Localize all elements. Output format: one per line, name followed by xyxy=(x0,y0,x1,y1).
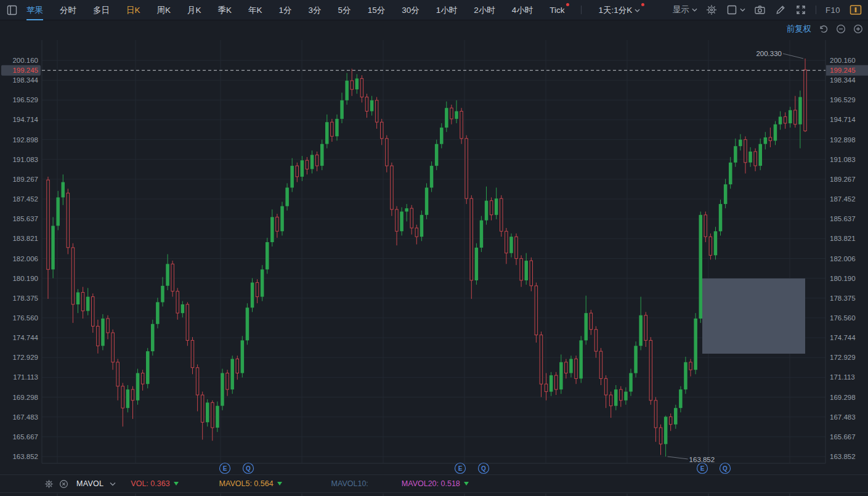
indicator-vol[interactable]: VOL: 0.363 xyxy=(131,479,169,488)
chevron-down-icon xyxy=(740,7,745,12)
svg-text:191.083: 191.083 xyxy=(830,156,856,163)
toolbar-divider xyxy=(816,6,816,14)
svg-text:192.898: 192.898 xyxy=(830,136,856,144)
svg-text:169.298: 169.298 xyxy=(830,394,856,401)
indicator-settings-icon[interactable] xyxy=(44,479,54,489)
svg-text:165.667: 165.667 xyxy=(830,433,856,441)
svg-text:194.714: 194.714 xyxy=(12,116,38,123)
trading-app-window: 200.330163.852EQEQEQ200.160200.160198.34… xyxy=(0,0,868,496)
draw-icon[interactable] xyxy=(775,4,786,15)
svg-text:171.113: 171.113 xyxy=(13,373,38,381)
indicator-name[interactable]: MAVOL xyxy=(76,479,103,488)
tab-30分[interactable]: 30分 xyxy=(402,0,420,20)
tab-多日[interactable]: 多日 xyxy=(93,0,110,20)
tab-3分[interactable]: 3分 xyxy=(309,0,322,20)
event-marker-E[interactable]: E xyxy=(455,463,466,474)
undo-icon[interactable] xyxy=(819,24,829,34)
subbar: 前复权 xyxy=(787,23,864,35)
layout-pane-icon[interactable] xyxy=(6,4,18,16)
svg-text:198.344: 198.344 xyxy=(830,76,856,84)
svg-text:185.637: 185.637 xyxy=(12,215,38,222)
svg-text:169.298: 169.298 xyxy=(12,394,38,401)
svg-text:178.375: 178.375 xyxy=(12,295,38,302)
chevron-down-icon xyxy=(635,8,639,13)
svg-text:E: E xyxy=(700,465,705,472)
triangle-down-icon[interactable] xyxy=(277,482,282,486)
svg-text:174.744: 174.744 xyxy=(12,334,38,341)
low-annotation: 163.852 xyxy=(689,456,715,463)
indicator-mavol5[interactable]: MAVOL5: 0.564 xyxy=(219,479,274,488)
info-panel-icon[interactable] xyxy=(850,4,862,15)
display-menu[interactable]: 显示 xyxy=(673,4,697,15)
toolbar: 苹果分时多日日K周K月K季K年K1分3分5分15分30分1小时2小时4小时Tic… xyxy=(0,0,868,20)
svg-text:189.267: 189.267 xyxy=(12,176,38,183)
svg-text:200.160: 200.160 xyxy=(830,57,856,64)
svg-text:189.267: 189.267 xyxy=(830,176,856,183)
svg-text:Q: Q xyxy=(246,465,251,472)
tab-2小时[interactable]: 2小时 xyxy=(474,0,495,20)
tab-苹果[interactable]: 苹果 xyxy=(26,0,43,20)
event-marker-Q[interactable]: Q xyxy=(720,463,731,474)
tab-季K[interactable]: 季K xyxy=(218,0,232,20)
svg-text:180.190: 180.190 xyxy=(12,275,38,282)
svg-text:165.667: 165.667 xyxy=(12,433,38,441)
event-marker-E[interactable]: E xyxy=(220,463,230,474)
svg-text:178.375: 178.375 xyxy=(830,295,856,302)
overlay-box xyxy=(702,278,805,354)
toolbar-right: 显示 xyxy=(673,4,862,15)
tab-分时[interactable]: 分时 xyxy=(60,0,76,20)
price-adjust-mode[interactable]: 前复权 xyxy=(787,23,812,35)
svg-text:167.483: 167.483 xyxy=(12,413,38,421)
indicator-values: VOL: 0.363MAVOL5: 0.564MAVOL10:MAVOL20: … xyxy=(115,479,468,488)
chart-style-selector[interactable] xyxy=(726,4,745,15)
tab-周K[interactable]: 周K xyxy=(157,0,171,20)
indicator-mavol10[interactable]: MAVOL10: xyxy=(331,479,368,488)
svg-text:194.714: 194.714 xyxy=(830,116,856,123)
tab-Tick[interactable]: Tick xyxy=(550,0,564,20)
tab-15分[interactable]: 15分 xyxy=(368,0,386,20)
tab-1小时[interactable]: 1小时 xyxy=(436,0,458,20)
notification-dot xyxy=(566,3,569,6)
settings-icon[interactable] xyxy=(706,4,717,15)
svg-text:192.898: 192.898 xyxy=(12,136,38,144)
event-marker-E[interactable]: E xyxy=(697,463,708,474)
svg-text:185.637: 185.637 xyxy=(830,215,856,222)
svg-text:182.006: 182.006 xyxy=(12,255,38,262)
tab-年K[interactable]: 年K xyxy=(248,0,262,20)
tab-月K[interactable]: 月K xyxy=(187,0,201,20)
indicator-close-icon[interactable] xyxy=(59,479,68,489)
svg-text:172.929: 172.929 xyxy=(12,354,38,361)
screenshot-icon[interactable] xyxy=(754,4,766,15)
tab-5分[interactable]: 5分 xyxy=(338,0,351,20)
tab-日K[interactable]: 日K xyxy=(126,0,140,20)
svg-text:198.344: 198.344 xyxy=(12,76,38,84)
svg-text:174.744: 174.744 xyxy=(830,334,856,341)
triangle-down-icon[interactable] xyxy=(174,482,179,486)
svg-text:Q: Q xyxy=(723,465,728,472)
svg-text:196.529: 196.529 xyxy=(12,96,38,104)
svg-text:171.113: 171.113 xyxy=(830,373,855,381)
svg-text:180.190: 180.190 xyxy=(830,275,856,282)
notification-dot xyxy=(641,3,644,6)
zoom-in-icon[interactable] xyxy=(853,24,863,34)
tab-4小时[interactable]: 4小时 xyxy=(512,0,533,20)
event-marker-Q[interactable]: Q xyxy=(479,463,489,474)
zoom-out-icon[interactable] xyxy=(836,24,846,34)
chevron-down-icon[interactable] xyxy=(110,481,115,486)
f10-button[interactable]: F10 xyxy=(825,6,840,15)
svg-text:176.560: 176.560 xyxy=(830,314,856,322)
candlestick-chart[interactable]: 200.330163.852EQEQEQ200.160200.160198.34… xyxy=(0,0,868,496)
svg-text:183.821: 183.821 xyxy=(830,235,856,242)
indicator-mavol20[interactable]: MAVOL20: 0.518 xyxy=(402,479,460,488)
svg-text:Q: Q xyxy=(481,465,486,472)
event-marker-Q[interactable]: Q xyxy=(243,463,254,474)
current-price-right: 199.245 xyxy=(830,67,856,74)
svg-text:183.821: 183.821 xyxy=(12,235,38,242)
tab-1天:1分K[interactable]: 1天:1分K xyxy=(598,0,639,20)
tab-1分[interactable]: 1分 xyxy=(279,0,292,20)
svg-text:172.929: 172.929 xyxy=(830,354,856,361)
triangle-down-icon[interactable] xyxy=(464,482,469,486)
fullscreen-icon[interactable] xyxy=(795,4,806,15)
svg-text:191.083: 191.083 xyxy=(12,156,38,163)
svg-text:187.452: 187.452 xyxy=(12,195,38,203)
